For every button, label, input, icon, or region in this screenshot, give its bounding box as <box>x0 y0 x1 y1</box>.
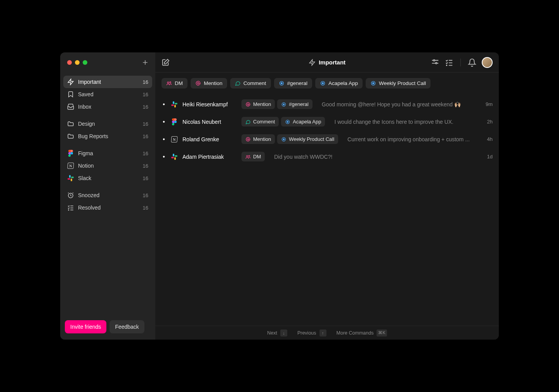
svg-point-30 <box>287 121 289 123</box>
bookmark-icon <box>67 91 74 98</box>
sidebar-item-count: 16 <box>143 205 148 211</box>
add-button[interactable] <box>141 59 149 66</box>
app-window: Important16Saved16Inbox16Design16Bug Rep… <box>60 52 499 340</box>
sidebar-item-count: 16 <box>143 163 148 169</box>
sidebar-item-slack[interactable]: Slack16 <box>63 172 152 184</box>
filter-chip[interactable]: Acapela App <box>315 78 363 88</box>
sidebar-item-resolved[interactable]: Resolved16 <box>63 201 152 214</box>
slack-icon <box>67 175 74 182</box>
filter-chip[interactable]: #general <box>274 78 312 88</box>
checklist-icon <box>67 204 74 211</box>
tag-label: Acapela App <box>293 119 321 125</box>
sidebar-item-important[interactable]: Important16 <box>63 76 152 88</box>
close-window-dot[interactable] <box>67 60 72 65</box>
tag-label: Comment <box>253 119 275 125</box>
target-icon <box>279 80 285 86</box>
filter-chip[interactable]: DM <box>161 78 187 88</box>
sidebar-item-label: Inbox <box>78 104 139 110</box>
filter-chip[interactable]: Weekly Product Call <box>366 78 431 88</box>
filter-chip[interactable]: Mention <box>191 78 227 88</box>
bullet: • <box>161 153 166 160</box>
message-tag: Acapela App <box>281 117 325 127</box>
checklist-icon[interactable] <box>445 58 453 67</box>
message-tags: MentionWeekly Product Call <box>241 134 338 144</box>
sidebar-nav: Important16Saved16Inbox16Design16Bug Rep… <box>60 73 155 320</box>
message-row[interactable]: •Heiki RiesenkampfMention#generalGood mo… <box>161 95 493 113</box>
svg-marker-2 <box>68 79 73 85</box>
page-title-wrap: Important <box>309 59 345 66</box>
sidebar-item-inbox[interactable]: Inbox16 <box>63 101 152 113</box>
chip-label: Mention <box>204 80 222 86</box>
message-tag: Weekly Product Call <box>277 134 338 144</box>
tag-label: Mention <box>253 136 271 142</box>
message-list: •Heiki RiesenkampfMention#generalGood mo… <box>155 94 499 167</box>
sidebar-item-figma[interactable]: Figma16 <box>63 147 152 160</box>
message-tag: Mention <box>241 134 275 144</box>
svg-point-19 <box>197 82 199 84</box>
bell-icon[interactable] <box>468 58 476 67</box>
next-hint: Next ↓ <box>267 330 287 336</box>
sidebar-item-label: Saved <box>78 91 139 97</box>
avatar[interactable] <box>482 57 493 68</box>
feedback-button[interactable]: Feedback <box>109 320 144 333</box>
nav-group: Design16Bug Reports16 <box>63 118 152 142</box>
comment-icon <box>235 80 241 86</box>
nav-group: Snoozed16Resolved16 <box>63 189 152 214</box>
svg-point-17 <box>167 82 169 83</box>
slack-icon <box>171 153 178 160</box>
sidebar-item-count: 16 <box>143 134 148 139</box>
sidebar-item-label: Notion <box>78 163 139 169</box>
sidebar-item-notion[interactable]: NNotion16 <box>63 160 152 172</box>
bullet: • <box>161 101 166 108</box>
comment-icon <box>245 119 251 125</box>
nav-group: Important16Saved16Inbox16 <box>63 76 152 113</box>
message-time: 1d <box>482 154 493 160</box>
bullet: • <box>161 118 166 125</box>
filter-chip[interactable]: Comment <box>230 78 271 88</box>
svg-point-18 <box>170 82 171 83</box>
sidebar-item-label: Slack <box>78 175 139 181</box>
inbox-icon <box>67 103 74 110</box>
sidebar-item-label: Bug Reports <box>78 133 139 139</box>
sidebar-item-design[interactable]: Design16 <box>63 118 152 130</box>
svg-point-31 <box>247 138 249 140</box>
prev-hint: Previous ↑ <box>297 330 326 336</box>
sidebar-footer: Invite friends Feedback <box>60 320 155 340</box>
sidebar-item-bug-reports[interactable]: Bug Reports16 <box>63 130 152 142</box>
down-key: ↓ <box>280 330 287 336</box>
sidebar-item-count: 16 <box>143 79 148 85</box>
sidebar-item-count: 16 <box>143 151 148 156</box>
message-time: 2h <box>482 119 493 125</box>
figma-icon <box>171 118 178 125</box>
sidebar-item-label: Snoozed <box>78 192 139 198</box>
folder-icon <box>67 133 74 140</box>
mention-icon <box>245 102 251 107</box>
invite-button[interactable]: Invite friends <box>65 320 106 333</box>
dm-icon <box>166 80 172 86</box>
lightning-icon <box>309 59 316 66</box>
sidebar-item-snoozed[interactable]: Snoozed16 <box>63 189 152 201</box>
titlebar: Important <box>155 52 499 73</box>
fullscreen-window-dot[interactable] <box>83 60 87 65</box>
message-row[interactable]: •NRoland GrenkeMentionWeekly Product Cal… <box>161 130 493 148</box>
message-row[interactable]: •Adam PiertrasiakDMDid you watch WWDC?!1… <box>161 148 493 165</box>
sidebar-item-label: Design <box>78 121 139 127</box>
message-tag: Mention <box>241 99 275 109</box>
compose-icon[interactable] <box>161 58 170 67</box>
target-icon <box>281 102 286 107</box>
minimize-window-dot[interactable] <box>75 60 80 65</box>
sliders-icon[interactable] <box>431 58 439 67</box>
svg-point-25 <box>373 83 374 84</box>
message-preview: Good morning @here! Hope you had a great… <box>322 101 477 108</box>
svg-point-34 <box>247 155 248 157</box>
message-row[interactable]: •Nicolas NeubertCommentAcapela AppI woul… <box>161 113 493 130</box>
filter-chips: DMMentionComment#generalAcapela AppWeekl… <box>155 73 499 94</box>
tag-label: Mention <box>253 101 271 107</box>
target-icon <box>281 137 286 142</box>
svg-point-7 <box>68 210 69 210</box>
message-time: 9m <box>482 101 493 107</box>
target-icon <box>370 80 376 86</box>
message-tag: #general <box>277 99 312 109</box>
sidebar-item-saved[interactable]: Saved16 <box>63 88 152 101</box>
bullet: • <box>161 136 166 143</box>
